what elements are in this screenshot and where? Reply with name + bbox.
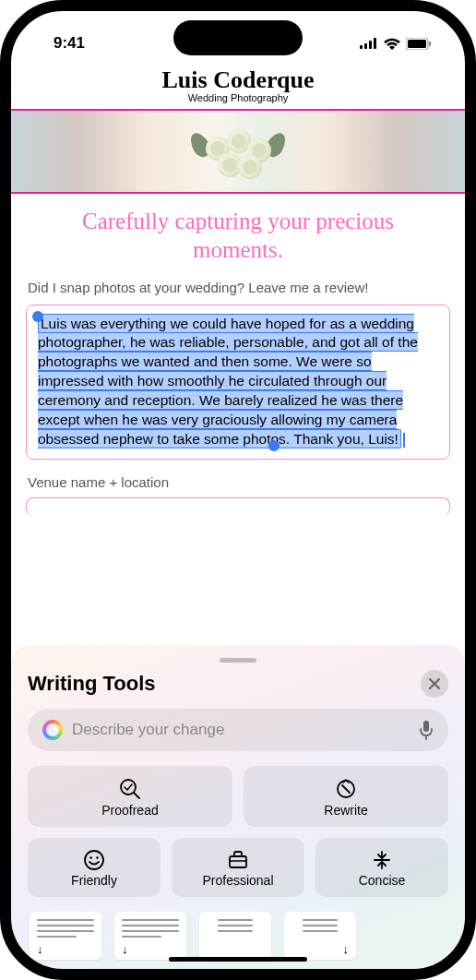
brand-title: Luis Coderque: [11, 66, 465, 94]
writing-tools-sheet: Writing Tools Describe your change Proof…: [11, 645, 465, 969]
professional-label: Professional: [179, 873, 297, 888]
rewrite-button[interactable]: Rewrite: [244, 766, 448, 827]
concise-label: Concise: [323, 873, 441, 888]
svg-rect-16: [230, 856, 246, 867]
review-prompt: Did I snap photos at your wedding? Leave…: [11, 274, 465, 305]
format-thumb[interactable]: ↓: [284, 912, 356, 960]
friendly-label: Friendly: [35, 873, 153, 888]
rewrite-label: Rewrite: [251, 803, 441, 818]
format-thumb[interactable]: ↓: [30, 912, 101, 960]
svg-rect-0: [360, 45, 363, 49]
status-time: 9:41: [54, 34, 85, 53]
svg-line-10: [134, 793, 139, 798]
review-text: Luis was everything we could have hoped …: [38, 316, 418, 448]
close-button[interactable]: [421, 670, 448, 698]
describe-input[interactable]: Describe your change: [28, 709, 448, 751]
concise-icon: [371, 849, 393, 871]
cellular-icon: [360, 38, 378, 49]
battery-icon: [406, 38, 432, 50]
briefcase-icon: [227, 849, 249, 871]
svg-rect-1: [364, 43, 367, 49]
format-thumbnails: ↓ ↓ ↓: [28, 908, 448, 960]
professional-button[interactable]: Professional: [172, 838, 304, 897]
page-header: Luis Coderque Wedding Photography: [11, 63, 465, 109]
venue-input[interactable]: [26, 497, 450, 516]
rewrite-icon: [334, 777, 358, 801]
smile-icon: [83, 849, 105, 871]
format-thumb[interactable]: ↓: [114, 912, 186, 960]
sheet-grabber[interactable]: [220, 658, 256, 663]
sheet-title: Writing Tools: [28, 672, 156, 696]
svg-rect-5: [408, 40, 426, 48]
svg-rect-2: [369, 41, 372, 49]
svg-point-14: [89, 856, 92, 859]
svg-line-12: [342, 785, 350, 793]
status-icons: [360, 38, 432, 50]
close-icon: [429, 678, 440, 689]
wifi-icon: [384, 38, 400, 50]
proofread-button[interactable]: Proofread: [28, 766, 232, 827]
svg-rect-6: [429, 42, 431, 46]
mic-icon[interactable]: [419, 720, 434, 740]
concise-button[interactable]: Concise: [315, 838, 448, 897]
tagline: Carefully capturing your precious moment…: [11, 194, 465, 274]
svg-rect-3: [374, 38, 376, 49]
proofread-label: Proofread: [35, 803, 225, 818]
venue-label: Venue name + location: [11, 460, 465, 497]
svg-point-15: [96, 856, 99, 859]
svg-rect-7: [423, 721, 429, 732]
svg-point-13: [85, 851, 103, 869]
review-textarea[interactable]: Luis was everything we could have hoped …: [26, 305, 450, 460]
home-indicator[interactable]: [169, 957, 307, 962]
brand-subtitle: Wedding Photography: [11, 92, 465, 103]
input-placeholder: Describe your change: [72, 721, 410, 739]
format-thumb[interactable]: [199, 912, 271, 960]
hero-image: [11, 109, 465, 194]
magnify-check-icon: [118, 777, 142, 801]
siri-icon: [42, 720, 63, 740]
friendly-button[interactable]: Friendly: [28, 838, 161, 897]
